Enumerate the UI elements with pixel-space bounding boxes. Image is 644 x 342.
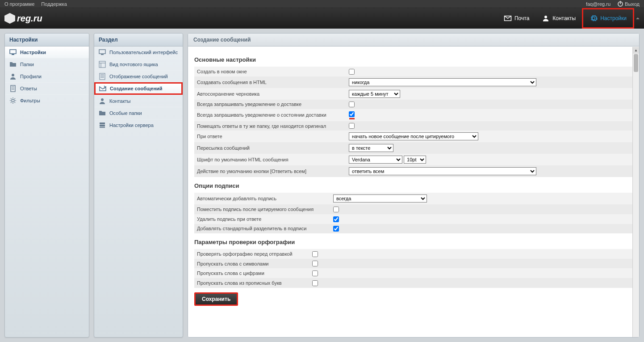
sig-remove-checkbox[interactable] bbox=[333, 216, 339, 222]
sidebar-item-settings[interactable]: Настройки bbox=[5, 46, 89, 58]
row-html-compose-label: Создавать сообщения в HTML bbox=[194, 76, 346, 88]
scroll-up-icon[interactable]: ▲ bbox=[633, 47, 639, 54]
topbar: О программе Поддержка faq@reg.ru Выход bbox=[0, 0, 644, 8]
section-item-label: Контакты bbox=[109, 98, 131, 104]
main-body-inner: Основные настройки Создать в новом окне … bbox=[188, 46, 639, 312]
row-forward-mode-label: Пересылка сообщений bbox=[194, 142, 346, 154]
svg-rect-2 bbox=[12, 54, 14, 55]
skip-caps-checkbox[interactable] bbox=[312, 280, 318, 286]
support-link[interactable]: Поддержка bbox=[41, 1, 67, 7]
spell-before-checkbox[interactable] bbox=[312, 251, 318, 257]
section-item-display-messages[interactable]: Отображение сообщений bbox=[94, 70, 183, 82]
sidebar-settings: Настройки Настройки Папки Профили Ответы… bbox=[4, 33, 89, 338]
scrollbar-thumb[interactable] bbox=[634, 54, 638, 72]
logo-text: reg.ru bbox=[17, 13, 42, 24]
sig-sep-checkbox[interactable] bbox=[333, 226, 339, 232]
receipt-checkbox[interactable] bbox=[349, 101, 355, 107]
main-title: Создание сообщений bbox=[188, 34, 639, 46]
monitor-icon bbox=[9, 49, 17, 56]
row-same-folder-label: Помещать ответы в ту же папку, где наход… bbox=[194, 121, 346, 131]
about-link[interactable]: О программе bbox=[4, 1, 34, 7]
skip-sym-checkbox[interactable] bbox=[312, 261, 318, 266]
row-default-font-label: Шрифт по умолчанию HTML сообщения bbox=[194, 154, 346, 165]
power-icon bbox=[618, 1, 623, 7]
nav-settings[interactable]: Настройки bbox=[582, 8, 634, 29]
skip-num-checkbox[interactable] bbox=[312, 270, 318, 276]
sidebar-section-body: Пользовательский интерфейс Вид почтового… bbox=[94, 46, 183, 131]
gear-icon bbox=[9, 97, 17, 104]
person-icon bbox=[542, 14, 550, 22]
sidebar-item-folders[interactable]: Папки bbox=[5, 58, 89, 70]
logout-label: Выход bbox=[625, 1, 640, 7]
sidebar-item-label: Фильтры bbox=[20, 98, 40, 103]
sig-below-checkbox[interactable] bbox=[333, 207, 339, 212]
sidebar-item-responses[interactable]: Ответы bbox=[5, 82, 89, 94]
forward-mode-select[interactable]: в тексте bbox=[349, 144, 393, 152]
svg-rect-13 bbox=[100, 127, 105, 128]
main-settings-table: Создать в новом окне Создавать сообщения… bbox=[194, 67, 633, 177]
main-panel: Создание сообщений ▲ Основные настройки … bbox=[188, 33, 640, 338]
faq-link[interactable]: faq@reg.ru bbox=[586, 1, 611, 7]
row-reply-all-label: Действие по умолчанию кнопки [Ответить в… bbox=[194, 165, 346, 177]
svg-rect-1 bbox=[10, 50, 16, 54]
html-compose-select[interactable]: никогда bbox=[349, 78, 536, 86]
topbar-right: faq@reg.ru Выход bbox=[581, 1, 640, 7]
scrollbar[interactable]: ▲ bbox=[632, 47, 639, 337]
autosave-select[interactable]: каждые 5 минут bbox=[349, 90, 400, 98]
row-auto-sig-label: Автоматически добавлять подпись bbox=[194, 193, 330, 204]
nav-contacts-label: Контакты bbox=[552, 15, 576, 21]
svg-rect-9 bbox=[100, 73, 105, 80]
new-window-checkbox[interactable] bbox=[349, 69, 355, 75]
caret-up-icon[interactable] bbox=[636, 17, 640, 19]
sidebar-section: Раздел Пользовательский интерфейс Вид по… bbox=[94, 33, 183, 338]
reply-mode-select[interactable]: начать новое сообщение после цитируемого bbox=[349, 132, 478, 140]
dsn-highlight-icon bbox=[349, 118, 355, 119]
save-button[interactable]: Сохранить bbox=[194, 292, 238, 306]
svg-point-0 bbox=[544, 16, 547, 18]
section-item-label: Создание сообщений bbox=[110, 86, 163, 91]
section-item-ui[interactable]: Пользовательский интерфейс bbox=[94, 46, 183, 58]
compose-icon bbox=[99, 85, 106, 92]
section-spell-title: Параметры проверки орфографии bbox=[194, 239, 633, 245]
reply-all-select[interactable]: ответить всем bbox=[349, 167, 536, 175]
nav-mail-label: Почта bbox=[514, 15, 529, 21]
svg-rect-4 bbox=[11, 85, 15, 92]
sidebar-item-label: Настройки bbox=[20, 50, 46, 55]
svg-rect-8 bbox=[99, 61, 105, 68]
row-skip-sym-label: Пропускать слова с символами bbox=[194, 259, 309, 269]
section-item-label: Отображение сообщений bbox=[109, 74, 168, 79]
section-item-server[interactable]: Настройки сервера bbox=[94, 119, 183, 131]
sidebar-item-filters[interactable]: Фильтры bbox=[5, 94, 89, 106]
section-main-title: Основные настройки bbox=[194, 56, 633, 63]
logout-link[interactable]: Выход bbox=[618, 1, 640, 7]
section-item-contacts[interactable]: Контакты bbox=[94, 95, 183, 107]
svg-rect-11 bbox=[100, 122, 105, 124]
row-skip-num-label: Пропускать слова с цифрами bbox=[194, 268, 309, 278]
auto-sig-select[interactable]: всегда bbox=[333, 194, 427, 203]
default-font-select[interactable]: Verdana bbox=[349, 156, 402, 164]
logo[interactable]: reg.ru bbox=[4, 13, 42, 24]
sidebar-item-label: Ответы bbox=[20, 86, 37, 91]
header: reg.ru Почта Контакты Настройки bbox=[0, 8, 644, 29]
nav-settings-label: Настройки bbox=[600, 15, 627, 21]
sidebar-item-profiles[interactable]: Профили bbox=[5, 70, 89, 82]
topbar-left: О программе Поддержка bbox=[4, 1, 72, 7]
sidebar-section-title: Раздел bbox=[94, 34, 183, 46]
nav-contacts[interactable]: Контакты bbox=[535, 8, 582, 29]
sidebar-settings-body: Настройки Папки Профили Ответы Фильтры bbox=[5, 46, 89, 106]
row-sig-below-label: Поместить подпись после цитируемого сооб… bbox=[194, 204, 330, 214]
default-font-size-select[interactable]: 10pt bbox=[404, 156, 426, 164]
same-folder-checkbox[interactable] bbox=[349, 123, 355, 129]
nav-mail[interactable]: Почта bbox=[498, 8, 535, 29]
row-spell-before-label: Проверять орфографию перед отправкой bbox=[194, 249, 309, 259]
row-autosave-label: Автосохранение черновика bbox=[194, 88, 346, 100]
svg-point-5 bbox=[12, 99, 14, 102]
dsn-checkbox[interactable] bbox=[349, 111, 355, 117]
section-item-compose[interactable]: Создание сообщений bbox=[94, 82, 183, 95]
folder-icon bbox=[9, 61, 17, 68]
section-item-special-folders[interactable]: Особые папки bbox=[94, 107, 183, 119]
section-item-label: Настройки сервера bbox=[109, 122, 154, 128]
section-item-mailbox-view[interactable]: Вид почтового ящика bbox=[94, 58, 183, 70]
mail-icon bbox=[504, 14, 512, 22]
svg-rect-7 bbox=[101, 54, 104, 55]
